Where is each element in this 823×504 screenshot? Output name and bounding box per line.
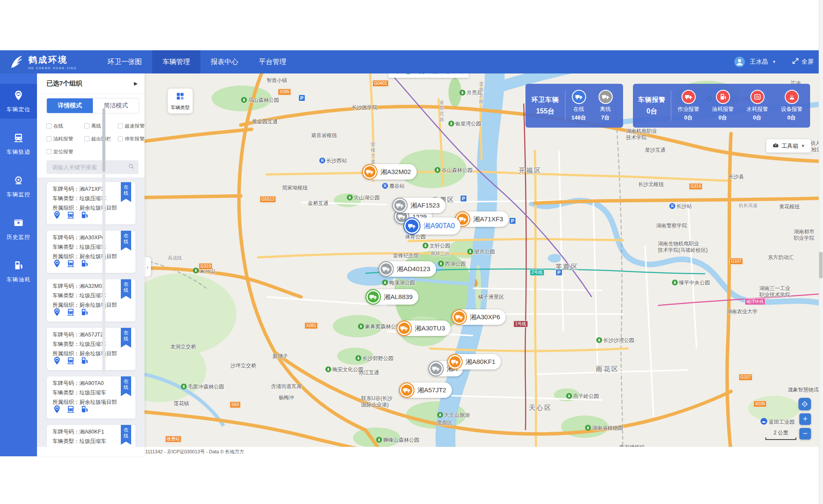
pin-car-icon[interactable]	[52, 405, 61, 415]
user-chevron-down-icon[interactable]: ▼	[772, 60, 776, 64]
industrial-park-poi: 蓝田工业园	[760, 418, 795, 426]
bus-icon[interactable]	[66, 356, 75, 367]
panel-collapse-button[interactable]: ‹	[144, 257, 151, 277]
vehicle-card[interactable]: 车牌号码：湘A80KF1车辆类型：垃圾压缩车所属组织：厨余垃圾项目部在 线	[46, 425, 136, 447]
nav-item-平台管理[interactable]: 平台管理	[249, 50, 297, 73]
vehicle-marker-湘A30XP6[interactable]: 湘A30XP6	[451, 309, 506, 325]
checkbox-超出围栏[interactable]	[84, 136, 89, 141]
search-icon[interactable]	[128, 163, 139, 171]
filter-油耗报警[interactable]: 油耗报警	[46, 136, 84, 142]
park-icon	[382, 279, 388, 287]
bus-icon[interactable]	[66, 259, 75, 270]
fuel-icon[interactable]	[80, 259, 89, 270]
zoom-in-button[interactable]: +	[799, 413, 811, 425]
road-shield-G319: G319	[199, 263, 212, 270]
train-icon	[382, 183, 388, 191]
vehicle-card[interactable]: 车牌号码：湘A32M02车辆类型：垃圾压缩车所属组织：厨余垃圾项目部在 线	[46, 279, 136, 322]
park-icon	[181, 383, 187, 391]
browser-scrollbar-thumb[interactable]	[819, 252, 823, 278]
vehicle-card[interactable]: 车牌号码：湘A57JT2车辆类型：垃圾压缩车所属组织：厨余垃圾项目部在 线	[46, 327, 136, 370]
fuel-icon[interactable]	[80, 356, 89, 367]
status-badge: 在 线	[121, 376, 131, 396]
vehicle-card[interactable]: 车牌号码：湘A30XP6车辆类型：垃圾压缩车所属组织：厨余垃圾项目部在 线	[46, 230, 136, 273]
vehicle-marker-湘AF1523[interactable]: 湘AF1523	[392, 198, 445, 213]
expand-orgs-arrow-icon[interactable]: ▶	[134, 81, 138, 86]
vehicle-type-button[interactable]: 车辆类型	[168, 89, 193, 113]
vehicle-marker-湘A80KF1[interactable]: 湘A80KF1	[447, 354, 501, 370]
vehicle-marker-湘A71XF3[interactable]: 湘A71XF3	[455, 211, 509, 227]
vehicle-marker-湘A32M02[interactable]: 湘A32M02	[362, 164, 417, 180]
checkbox-停车报警[interactable]	[118, 136, 123, 141]
filter-在线[interactable]: 在线	[46, 123, 84, 129]
bus-icon	[13, 132, 24, 145]
vehicle-marker-湘A57JT2[interactable]: 湘A57JT2	[399, 382, 452, 398]
stat-label: 油耗报警	[712, 106, 734, 113]
vehicle-marker-湘A90TA0[interactable]: 湘A90TA0	[403, 217, 461, 235]
map-label: 高成线	[168, 255, 182, 261]
map-label-text: 黄金园互通	[252, 119, 278, 125]
pin-car-icon[interactable]	[52, 259, 61, 270]
map-label: 长沙郊野公园	[355, 355, 393, 363]
checkbox-油耗报警[interactable]	[46, 136, 52, 141]
checkbox-定位报警[interactable]	[46, 149, 52, 154]
map-label: 湖南省植物园	[585, 425, 623, 433]
fuel-icon[interactable]	[80, 308, 89, 318]
pin-car-icon[interactable]	[52, 211, 61, 221]
toolbox-button[interactable]: 工具箱 ▼	[766, 139, 811, 153]
app-root: 智造小镇乌山森林公园黄金园互通长沙医学院观音岩枢纽月亮岛银星湾公园长沙西站金桥互…	[0, 0, 823, 504]
user-name[interactable]: 王水晶	[750, 58, 768, 66]
filter-定位报警[interactable]: 定位报警	[46, 149, 84, 155]
locate-button[interactable]	[798, 398, 811, 410]
parking-icon: P	[460, 195, 467, 202]
checkbox-在线[interactable]	[46, 123, 52, 128]
nav-item-报表中心[interactable]: 报表中心	[200, 50, 249, 73]
stat-label: 水耗报警	[746, 106, 768, 113]
truck-icon	[365, 289, 381, 305]
vehicle-card[interactable]: 车牌号码：湘A90TA0车辆类型：垃圾压缩车所属组织：厨余垃圾项目部在 线	[46, 376, 136, 419]
filter-停车报警[interactable]: 停车报警	[118, 136, 145, 142]
sidebar-item-车辆油耗[interactable]: 车辆油耗	[0, 254, 37, 289]
map-label: 赤江互通	[359, 370, 379, 376]
list-scrollbar-thumb[interactable]	[102, 108, 105, 172]
fullscreen-button[interactable]: 全屏	[792, 57, 814, 67]
tab-详情模式[interactable]: 详情模式	[47, 98, 93, 113]
video-icon	[13, 217, 24, 230]
nav-item-车辆管理[interactable]: 车辆管理	[152, 50, 200, 73]
map-label: 麓谷站	[382, 183, 405, 191]
map-label: 毛栗冲森林公园	[181, 383, 224, 391]
user-avatar-icon[interactable]	[734, 56, 746, 68]
logo-title: 鹤成环境	[28, 54, 77, 66]
checkbox-离线[interactable]	[84, 123, 89, 128]
vehicle-card[interactable]: 车牌号码：湘A71XF3车辆类型：垃圾压缩车所属组织：厨余垃圾项目部在 线	[46, 182, 136, 225]
zoom-out-button[interactable]: −	[799, 428, 811, 440]
bus-icon[interactable]	[66, 211, 75, 221]
map-label-text: 龙洞立交桥	[170, 344, 196, 350]
filter-超速报警[interactable]: 超速报警	[118, 123, 145, 129]
map-label-text: 杨梅冲	[279, 394, 294, 400]
vehicle-marker-湘AL8839[interactable]: 湘AL8839	[365, 289, 418, 305]
map-label: 沙坪立交桥	[230, 363, 256, 369]
nav-item-环卫一张图[interactable]: 环卫一张图	[97, 50, 152, 73]
card-plate: 车牌号码：湘A80KF1	[52, 428, 104, 436]
bus-icon[interactable]	[66, 405, 75, 415]
fuel-icon[interactable]	[80, 405, 89, 415]
sidebar-item-车辆轨迹[interactable]: 车辆轨迹	[0, 126, 37, 161]
checkbox-超速报警[interactable]	[118, 123, 123, 128]
bus-icon[interactable]	[66, 308, 75, 318]
map-label: 天心区	[529, 404, 552, 412]
pin-car-icon[interactable]	[52, 356, 61, 367]
statue-icon	[470, 278, 481, 290]
map-label: 金桥互通	[308, 200, 329, 207]
sidebar-item-车辆监控[interactable]: 车辆监控	[0, 169, 37, 204]
vehicle-marker-湘A30TU3[interactable]: 湘A30TU3	[396, 321, 451, 336]
vehicle-marker-湘AD40123[interactable]: 湘AD40123	[378, 261, 436, 277]
sidebar-item-历史监控[interactable]: 历史监控	[0, 211, 37, 246]
left-sidebar: 车辆定位车辆轨迹车辆监控历史监控车辆油耗	[0, 73, 37, 456]
filter-离线[interactable]: 离线	[84, 123, 118, 129]
search-input[interactable]	[46, 164, 128, 171]
sidebar-item-车辆定位[interactable]: 车辆定位	[0, 84, 37, 119]
tab-简洁模式[interactable]: 简洁模式	[93, 98, 139, 113]
pin-car-icon[interactable]	[52, 308, 61, 318]
filter-超出围栏[interactable]: 超出围栏	[84, 136, 118, 142]
fuel-icon[interactable]	[80, 211, 89, 221]
